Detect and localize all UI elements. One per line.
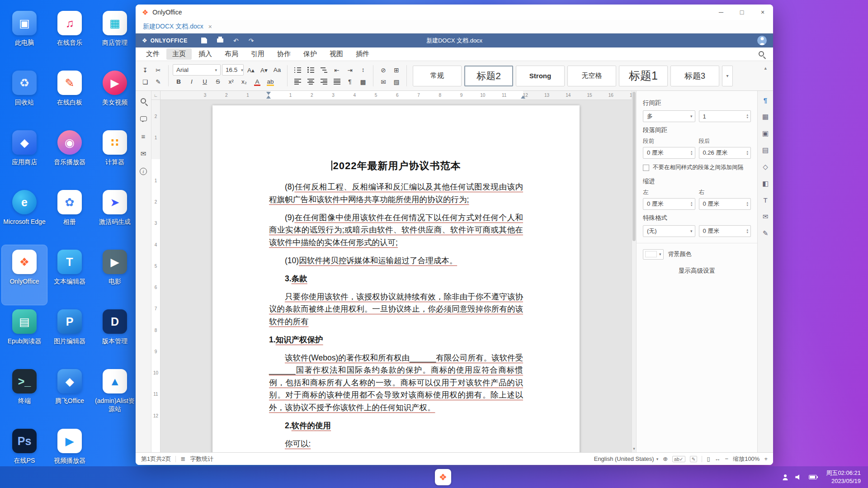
desktop-icon[interactable]: ▲ (admin)Alist资源站 [92,365,137,424]
bullet-list-button[interactable] [292,64,303,76]
font-name-select[interactable]: Arial ▾ [173,64,221,76]
align-center-button[interactable] [305,76,316,87]
page-color-button[interactable]: ▧ [391,76,402,87]
advanced-settings-link[interactable]: 显示高级设置 [643,267,751,275]
desktop-icon[interactable]: ◆ 应用商店 [2,126,47,185]
font-color-button[interactable]: A [251,76,263,87]
desktop-icon[interactable]: ▶ 美女视频 [92,66,137,126]
tab-selector[interactable]: ∟ [151,91,160,100]
desktop-icon[interactable]: D 版本管理 [92,305,137,365]
desktop-icon[interactable]: ➤ 激活码生成 [92,185,137,245]
feedback-button[interactable]: ✉ [138,149,148,158]
desktop-icon[interactable]: ◆ 腾飞Office [47,365,92,424]
document-canvas[interactable]: 2022年最新用户协议书范本 (8)任何反相工程、反相编译和反汇编以及其他任何试… [160,100,632,452]
fit-width-button[interactable]: ↔ [715,455,721,462]
background-color-picker[interactable]: ▾ [643,249,664,260]
word-count-button[interactable]: 字数统计 [190,455,213,463]
save-button[interactable] [201,38,207,43]
decrease-font-button[interactable]: A▾ [258,64,270,76]
cut-button[interactable]: ✂ [152,64,164,76]
settings-tab-icon[interactable]: ◇ [763,163,768,171]
document-tab[interactable]: 新建DOCX 文档.docx × [143,23,212,31]
scrollbar-thumb[interactable] [632,92,636,241]
decrease-indent-button[interactable]: ⇤ [331,64,343,76]
copy-style-button[interactable]: ✎ [152,76,164,87]
line-spacing-value-field[interactable]: 1 ▴▾ [699,110,751,122]
zoom-level[interactable]: 缩放100% [733,455,760,463]
page-indicator[interactable]: 第1页共2页 [141,455,171,463]
language-selector[interactable]: English (United States) [594,455,654,462]
increase-indent-button[interactable]: ⇥ [344,64,356,76]
change-case-button[interactable]: Aa [271,64,283,76]
print-button[interactable] [217,38,223,43]
settings-tab-icon[interactable]: ▣ [762,129,769,137]
copy-button[interactable]: ❏ [139,76,151,87]
settings-tab-icon[interactable]: ▦ [762,113,769,121]
desktop-icon[interactable]: P 图片编辑器 [47,305,92,365]
increase-font-button[interactable]: A▴ [245,64,257,76]
tray-user-icon[interactable] [782,474,788,480]
zoom-out-button[interactable]: − [725,455,729,462]
multilevel-list-button[interactable] [318,64,330,76]
settings-tab-icon[interactable]: ◧ [762,180,769,188]
about-button[interactable]: i [138,167,148,176]
desktop-icon[interactable]: ✎ 在线白板 [47,66,92,126]
settings-tab-icon[interactable]: ✎ [763,229,769,237]
same-style-spacing-option[interactable]: 不要在相同样式的段落之间添加间隔 [643,164,751,171]
subscript-button[interactable]: x₂ [238,76,250,87]
vertical-scrollbar[interactable]: ▾ [632,91,636,452]
ribbon-tab[interactable]: 保护 [297,48,323,60]
desktop-icon[interactable]: ▶ 电影 [92,245,137,305]
settings-tab-icon[interactable]: ✉ [763,213,769,221]
minimize-button[interactable]: ─ [711,5,731,20]
style-chip[interactable]: Strong [516,66,565,86]
window-titlebar[interactable]: ❖ OnlyOffice ─ □ × [136,5,773,20]
user-avatar[interactable] [757,36,767,45]
italic-button[interactable]: I [186,76,198,87]
spinner[interactable]: ▴▾ [746,201,748,207]
spinner[interactable]: ▴▾ [746,150,748,156]
comments-button[interactable] [138,114,148,123]
left-indent-marker[interactable] [266,95,271,99]
spacing-before-field[interactable]: 0 厘米 ▴▾ [643,147,695,159]
ribbon-tab[interactable]: 协作 [271,48,297,60]
style-chip[interactable]: 标题2 [464,66,513,86]
close-button[interactable]: × [752,5,773,20]
strikethrough-button[interactable]: S [212,76,224,87]
paste-button[interactable]: ↧ [139,64,151,76]
line-spacing-select[interactable]: 多 ▾ [643,110,695,122]
align-right-button[interactable] [318,76,330,87]
highlight-color-button[interactable]: ab [264,76,276,87]
indent-left-field[interactable]: 0 厘米 ▴▾ [643,198,695,210]
tray-volume-icon[interactable] [795,474,802,480]
mail-merge-button[interactable]: ✉ [377,76,389,87]
indent-right-field[interactable]: 0 厘米 ▴▾ [699,198,751,210]
set-language-button[interactable]: ⊕ [663,455,668,462]
spinner[interactable]: ▴▾ [691,201,693,207]
right-indent-marker[interactable] [521,95,525,99]
tab-close-icon[interactable]: × [208,23,212,30]
ribbon-tab[interactable]: 视图 [324,48,349,60]
scroll-down-icon[interactable]: ▾ [632,446,636,451]
spinner[interactable]: ▴▾ [746,228,748,234]
taskbar-clock[interactable]: 周五02:06:21 2023/05/19 [826,469,861,485]
settings-tab-icon[interactable]: T [763,196,767,204]
ribbon-tab[interactable]: 布局 [219,48,244,60]
undo-button[interactable]: ↶ [233,37,239,44]
justify-button[interactable] [331,76,343,87]
desktop-icon[interactable]: T 文本编辑器 [47,245,92,305]
ribbon-tab[interactable]: 文件 [140,48,165,60]
desktop-icon[interactable]: >_ 终端 [2,365,47,424]
settings-tab-icon[interactable]: ¶ [764,96,767,104]
navigation-button[interactable]: ≡ [138,132,148,141]
desktop-icon[interactable]: ✿ 相册 [47,185,92,245]
spacing-after-field[interactable]: 0.26 厘米 ▴▾ [699,147,751,159]
document-page[interactable]: 2022年最新用户协议书范本 (8)任何反相工程、反相编译和反汇编以及其他任何试… [212,105,580,452]
desktop-icon[interactable]: ∷ 计算器 [92,126,137,185]
tray-battery-icon[interactable] [809,475,817,479]
checkbox[interactable] [643,165,649,171]
zoom-in-button[interactable]: + [764,455,768,462]
search-button[interactable] [759,50,764,58]
font-size-select[interactable]: 16.5 ▾ [222,64,244,76]
numbered-list-button[interactable] [305,64,316,76]
